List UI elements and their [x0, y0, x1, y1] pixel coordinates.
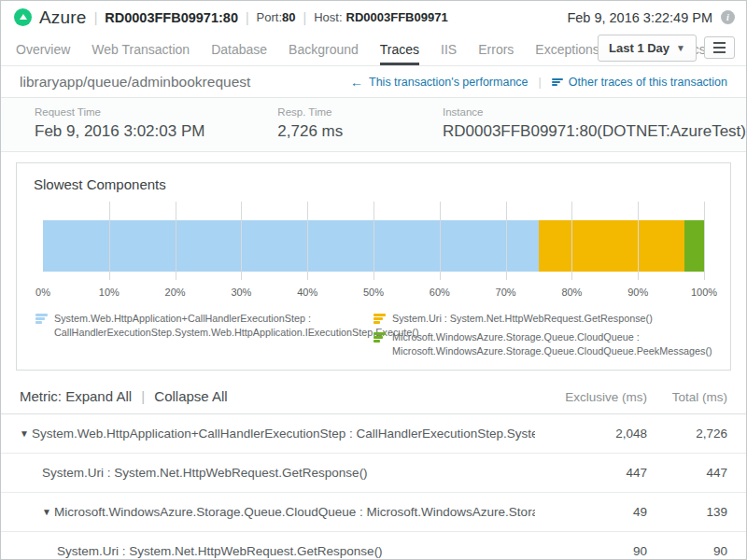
- metric-table-header: Metric: Expand All | Collapse All Exclus…: [1, 378, 746, 413]
- legend-column: System.Uri : System.Net.HttpWebRequest.G…: [374, 312, 712, 358]
- arrow-left-icon: ←: [350, 76, 363, 89]
- legend-item: Microsoft.WindowsAzure.Storage.Queue.Clo…: [374, 330, 700, 358]
- tab-traces[interactable]: Traces: [380, 34, 419, 65]
- host-value: RD0003FFB09971: [346, 10, 448, 24]
- gridline: [109, 202, 110, 280]
- metric-table: ▼System.Web.HttpApplication+CallHandlerE…: [1, 413, 746, 560]
- legend-item: System.Uri : System.Net.HttpWebRequest.G…: [374, 312, 700, 326]
- trace-list-icon: [552, 78, 563, 86]
- gridline: [440, 202, 441, 280]
- instance-value: RD0003FFB09971:80(DOTNET:AzureTest): [443, 122, 746, 141]
- x-tick-label: 0%: [35, 287, 50, 298]
- x-tick-label: 70%: [496, 287, 516, 298]
- tab-background[interactable]: Background: [289, 34, 359, 65]
- metric-row[interactable]: System.Uri : System.Net.HttpWebRequest.G…: [1, 531, 746, 560]
- collapse-caret-icon[interactable]: ▼: [20, 428, 29, 439]
- bar-segment-2[interactable]: [684, 220, 704, 272]
- separator: |: [303, 10, 307, 25]
- x-tick-label: 100%: [691, 287, 717, 298]
- total-ms-value: 90: [647, 544, 727, 558]
- metric-name-label: System.Uri : System.Net.HttpWebRequest.G…: [57, 544, 383, 558]
- x-tick-label: 90%: [627, 287, 648, 298]
- metric-name-label: Microsoft.WindowsAzure.Storage.Queue.Clo…: [54, 505, 535, 519]
- trace-summary: Request Time Feb 9, 2016 3:02:03 PM Resp…: [1, 98, 746, 152]
- metric-name: System.Uri : System.Net.HttpWebRequest.G…: [20, 544, 535, 558]
- bar-segment-0[interactable]: [43, 220, 539, 272]
- collapse-caret-icon[interactable]: ▼: [42, 507, 51, 517]
- legend-item-label: Microsoft.WindowsAzure.Storage.Queue.Clo…: [392, 330, 712, 358]
- transaction-performance-link[interactable]: ← This transaction's performance: [350, 76, 529, 89]
- hamburger-icon: [713, 42, 726, 53]
- legend-item: System.Web.HttpApplication+CallHandlerEx…: [35, 312, 362, 340]
- info-icon[interactable]: i: [721, 10, 735, 24]
- x-tick-label: 50%: [363, 287, 384, 298]
- collapse-all-link[interactable]: Collapse All: [154, 388, 227, 404]
- metric-name: ▼System.Web.HttpApplication+CallHandlerE…: [20, 427, 535, 441]
- x-tick-label: 80%: [561, 287, 582, 298]
- bar-segment-1[interactable]: [539, 220, 684, 272]
- tab-web-transaction[interactable]: Web Transaction: [92, 34, 190, 65]
- gridline: [241, 202, 242, 280]
- separator: |: [539, 76, 542, 89]
- menu-button[interactable]: [704, 36, 735, 59]
- top-header: Azure | RD0003FFB09971:80 | Port: 80 | H…: [1, 1, 746, 34]
- legend-bars-icon: [374, 332, 387, 358]
- x-tick-label: 30%: [231, 287, 251, 298]
- metric-row[interactable]: ▼Microsoft.WindowsAzure.Storage.Queue.Cl…: [1, 492, 746, 531]
- app-window: Azure | RD0003FFB09971:80 | Port: 80 | H…: [0, 0, 747, 560]
- request-time-label: Request Time: [35, 106, 277, 118]
- exclusive-ms-value: 2,048: [535, 427, 647, 441]
- resp-time-value: 2,726 ms: [277, 122, 443, 141]
- exclusive-ms-value: 447: [535, 466, 647, 480]
- separator: |: [246, 10, 249, 25]
- gridline: [506, 202, 507, 280]
- legend-bars-icon: [35, 314, 49, 340]
- metric-row[interactable]: System.Uri : System.Net.HttpWebRequest.G…: [1, 453, 746, 492]
- nav-bar: OverviewWeb TransactionDatabaseBackgroun…: [1, 34, 746, 66]
- total-ms-value: 2,726: [647, 427, 727, 441]
- exclusive-ms-value: 49: [535, 505, 647, 519]
- gridline: [307, 202, 308, 280]
- tab-iis[interactable]: IIS: [441, 34, 457, 65]
- gridline: [638, 202, 639, 280]
- chart-title: Slowest Components: [34, 176, 715, 192]
- metric-name-label: System.Uri : System.Net.HttpWebRequest.G…: [42, 466, 368, 480]
- gridline: [176, 202, 176, 280]
- total-ms-value: 447: [647, 466, 727, 480]
- legend-item-label: System.Uri : System.Net.HttpWebRequest.G…: [392, 312, 653, 326]
- tab-overview[interactable]: Overview: [16, 34, 70, 65]
- host-label: Host:: [314, 10, 342, 24]
- port-value: 80: [282, 10, 295, 24]
- port-label: Port:: [257, 10, 282, 24]
- x-tick-label: 10%: [99, 287, 120, 298]
- metric-row[interactable]: ▼System.Web.HttpApplication+CallHandlerE…: [1, 413, 746, 453]
- x-tick-label: 60%: [430, 287, 450, 298]
- metric-name: ▼Microsoft.WindowsAzure.Storage.Queue.Cl…: [20, 505, 535, 519]
- other-traces-link[interactable]: Other traces of this transaction: [552, 76, 727, 89]
- expand-all-link[interactable]: Expand All: [65, 388, 132, 404]
- instance-label: Instance: [443, 106, 746, 118]
- tab-list: OverviewWeb TransactionDatabaseBackgroun…: [16, 34, 598, 65]
- transaction-row: libraryapp/queue/adminbookrequest ← This…: [1, 66, 746, 98]
- tab-database[interactable]: Database: [211, 34, 267, 65]
- gridline: [571, 202, 572, 280]
- chevron-down-icon: ▼: [676, 43, 685, 53]
- tab-exceptions[interactable]: Exceptions: [535, 34, 599, 65]
- stacked-bar-chart: [43, 202, 704, 280]
- x-axis: 0%10%20%30%40%50%60%70%80%90%100%: [43, 287, 704, 301]
- metric-name: System.Uri : System.Net.HttpWebRequest.G…: [20, 466, 535, 480]
- resp-time-label: Resp. Time: [277, 106, 443, 118]
- legend-column: System.Web.HttpApplication+CallHandlerEx…: [35, 312, 374, 358]
- metric-name-label: System.Web.HttpApplication+CallHandlerEx…: [32, 427, 535, 441]
- new-relic-logo-icon: [14, 8, 32, 26]
- time-range-label: Last 1 Day: [609, 41, 669, 55]
- current-timestamp: Feb 9, 2016 3:22:49 PM: [567, 10, 712, 25]
- app-name[interactable]: Azure: [39, 7, 87, 28]
- other-traces-label: Other traces of this transaction: [569, 76, 727, 89]
- total-ms-value: 139: [647, 505, 727, 519]
- time-range-button[interactable]: Last 1 Day ▼: [598, 35, 697, 62]
- tab-errors[interactable]: Errors: [478, 34, 514, 65]
- performance-link-label: This transaction's performance: [369, 76, 529, 89]
- legend-bars-icon: [374, 314, 387, 326]
- separator: |: [141, 388, 145, 404]
